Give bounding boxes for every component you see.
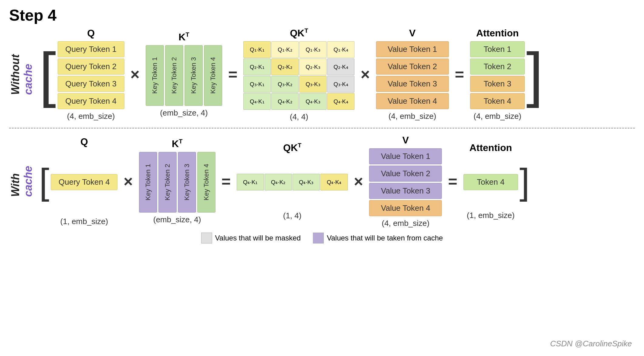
bottom-v-token-4: Value Token 4	[369, 200, 442, 216]
top-v-token-3: Value Token 3	[376, 76, 449, 92]
bottom-attention-matrix: Attention Token 4 (1, emb_size)	[463, 142, 518, 220]
legend: Values that will be masked Values that w…	[9, 233, 635, 243]
top-qkt-r1c4: Q₁·K₄	[327, 41, 354, 58]
top-eq-2: =	[455, 65, 464, 83]
top-qkt-r4c3: Q₄·K₃	[299, 93, 327, 110]
bottom-qkt-label: QKT	[283, 142, 301, 153]
bottom-q-label: Q	[80, 136, 88, 147]
bottom-mult-1: ×	[124, 172, 133, 190]
bottom-qkt-r1c3: Q₄·K₃	[293, 174, 320, 190]
bottom-kt-tokens: Key Token 1 Key Token 2 Key Token 3 Key …	[139, 152, 215, 213]
top-mult-2: ×	[361, 65, 370, 83]
top-qkt-row-1: Q₁·K₁ Q₁·K₂ Q₁·K₃ Q₁·K₄	[243, 41, 354, 58]
top-v-tokens: Value Token 1 Value Token 2 Value Token …	[376, 41, 449, 109]
bottom-mult-2: ×	[354, 172, 363, 190]
top-qkt-r2c4: Q₂·K₄	[327, 59, 354, 75]
legend-box-cache	[313, 233, 324, 243]
top-key-token-3: Key Token 3	[185, 45, 203, 106]
top-kt-tokens: Key Token 1 Key Token 2 Key Token 3 Key …	[146, 45, 222, 106]
top-qkt-r4c1: Q₄·K₁	[243, 93, 271, 110]
bottom-q-dim: (1, emb_size)	[60, 217, 108, 226]
bottom-attention-tokens: Token 4	[463, 174, 518, 190]
top-key-token-1: Key Token 1	[146, 45, 164, 106]
bottom-key-token-3: Key Token 3	[178, 152, 196, 213]
top-kt-label: KT	[178, 31, 189, 43]
bottom-q-matrix: Q Query Token 4 (1, emb_size)	[51, 136, 117, 226]
top-v-matrix: V Value Token 1 Value Token 2 Value Toke…	[376, 28, 449, 121]
top-attention-matrix: Attention Token 1 Token 2 Token 3 Token …	[470, 28, 525, 121]
top-qkt-r1c3: Q₁·K₃	[299, 41, 327, 58]
top-qkt-row-3: Q₃·K₁ Q₃·K₂ Q₃·K₃ Q₃·K₄	[243, 76, 354, 92]
bottom-qkt-matrix: QKT Q₄·K₁ Q₄·K₂ Q₄·K₃ Q₄·K₄ (1, 4)	[237, 142, 348, 221]
top-attn-token-2: Token 2	[470, 59, 525, 75]
bottom-section: With cache [ Q Query Token 4 (1, emb_siz…	[9, 135, 635, 228]
bottom-eq-1: =	[222, 172, 231, 190]
top-qkt-row-4: Q₄·K₁ Q₄·K₂ Q₄·K₃ Q₄·K₄	[243, 93, 354, 110]
top-qkt-label: QKT	[290, 27, 308, 39]
top-qkt-r3c1: Q₃·K₁	[243, 76, 271, 92]
top-qkt-matrix: QKT Q₁·K₁ Q₁·K₂ Q₁·K₃ Q₁·K₄ Q₂·K₁ Q₂·K₂ …	[243, 27, 354, 122]
legend-label-cache: Values that will be taken from cache	[327, 234, 443, 242]
main-container: Step 4 Without cache [ Q Query Token 1 Q…	[0, 0, 644, 356]
step-title: Step 4	[9, 6, 635, 24]
top-v-token-2: Value Token 2	[376, 59, 449, 75]
bottom-attention-dim: (1, emb_size)	[467, 211, 515, 220]
top-bracket-right: ]	[526, 44, 543, 105]
bottom-attention-label: Attention	[469, 142, 512, 153]
bottom-key-token-2: Key Token 2	[158, 152, 177, 213]
bottom-kt-matrix: KT Key Token 1 Key Token 2 Key Token 3 K…	[139, 138, 215, 224]
bottom-key-token-4: Key Token 4	[197, 152, 215, 213]
top-q-matrix: Q Query Token 1 Query Token 2 Query Toke…	[58, 28, 124, 121]
bottom-qkt-r1c2: Q₄·K₂	[265, 174, 292, 190]
top-qkt-r2c3: Q₂·K₃	[299, 59, 327, 75]
bottom-eq-2: =	[448, 172, 457, 190]
top-bracket-left: [	[39, 44, 56, 105]
top-key-token-2: Key Token 2	[165, 45, 183, 106]
top-key-token-4: Key Token 4	[204, 45, 222, 106]
legend-box-masked	[201, 233, 212, 243]
top-qkt-row-2: Q₂·K₁ Q₂·K₂ Q₂·K₃ Q₂·K₄	[243, 59, 354, 75]
top-label-purple: cache	[22, 64, 34, 95]
top-kt-dim: (emb_size, 4)	[160, 108, 208, 118]
bottom-kt-dim: (emb_size, 4)	[153, 215, 201, 224]
top-qkt-grid: Q₁·K₁ Q₁·K₂ Q₁·K₃ Q₁·K₄ Q₂·K₁ Q₂·K₂ Q₂·K…	[243, 41, 354, 110]
top-v-label: V	[409, 28, 415, 39]
bottom-bracket-left: [	[39, 163, 49, 200]
top-attn-token-4: Token 4	[470, 93, 525, 109]
legend-item-cache: Values that will be taken from cache	[313, 233, 443, 243]
bottom-bracket-right: ]	[520, 163, 530, 200]
bottom-v-token-3: Value Token 3	[369, 183, 442, 199]
bottom-qkt-r1c1: Q₄·K₁	[237, 174, 264, 190]
bottom-label-purple: cache	[22, 166, 34, 197]
top-qkt-r4c4: Q₄·K₄	[327, 93, 354, 110]
top-attention-label: Attention	[476, 28, 519, 39]
bottom-v-matrix: V Value Token 1 Value Token 2 Value Toke…	[369, 135, 442, 228]
top-attention-dim: (4, emb_size)	[473, 112, 521, 121]
top-qkt-dim: (4, 4)	[290, 112, 308, 122]
top-qkt-r4c2: Q₄·K₂	[271, 93, 299, 110]
top-qkt-r1c1: Q₁·K₁	[243, 41, 271, 58]
top-section-label: Without cache	[9, 54, 35, 95]
bottom-v-tokens: Value Token 1 Value Token 2 Value Token …	[369, 148, 442, 216]
top-mult-1: ×	[130, 65, 140, 83]
bottom-key-token-1: Key Token 1	[139, 152, 157, 213]
top-v-token-1: Value Token 1	[376, 41, 449, 57]
top-qkt-r1c2: Q₁·K₂	[271, 41, 299, 58]
top-qkt-r3c2: Q₃·K₂	[271, 76, 299, 92]
top-kt-matrix: KT Key Token 1 Key Token 2 Key Token 3 K…	[146, 31, 222, 118]
top-qkt-r2c1: Q₂·K₁	[243, 59, 271, 75]
top-q-token-2: Query Token 2	[58, 59, 124, 75]
top-qkt-r2c2: Q₂·K₂	[271, 59, 299, 75]
bottom-q-tokens: Query Token 4	[51, 150, 117, 214]
bottom-v-dim: (4, emb_size)	[382, 219, 430, 228]
top-label-black: Without	[9, 54, 22, 95]
legend-item-masked: Values that will be masked	[201, 233, 301, 243]
top-qkt-r3c4: Q₃·K₄	[327, 76, 354, 92]
bottom-qkt-dim: (1, 4)	[283, 211, 302, 220]
top-qkt-r3c3: Q₃·K₃	[299, 76, 327, 92]
top-q-token-3: Query Token 3	[58, 76, 124, 92]
top-v-dim: (4, emb_size)	[388, 112, 436, 121]
top-v-token-4: Value Token 4	[376, 93, 449, 109]
bottom-v-label: V	[402, 135, 409, 146]
bottom-section-label: With cache	[9, 166, 35, 197]
